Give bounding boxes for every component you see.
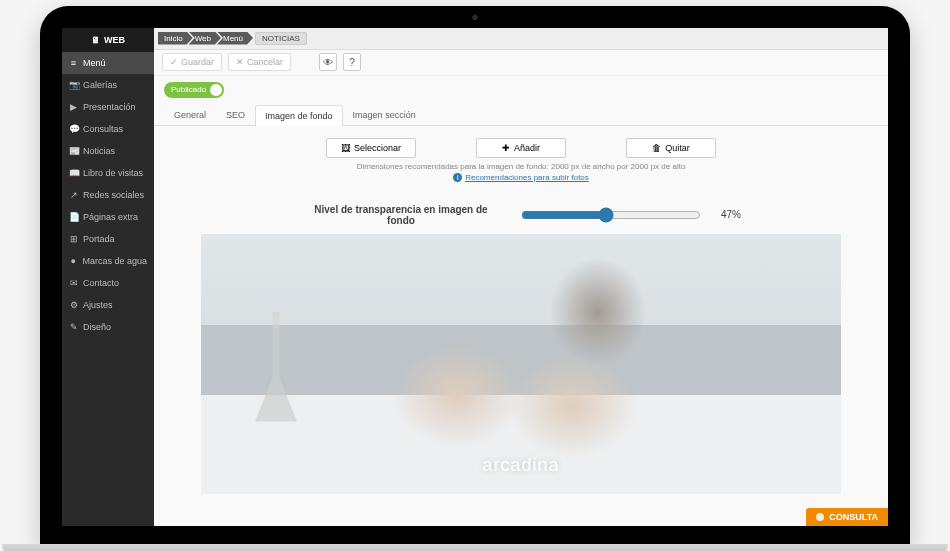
sidebar-item-11[interactable]: ⚙Ajustes	[62, 294, 154, 316]
select-image-button[interactable]: 🖼 Seleccionar	[326, 138, 416, 158]
add-image-button[interactable]: ✚ Añadir	[476, 138, 566, 158]
sidebar-icon: 📷	[69, 80, 78, 90]
question-icon: ?	[349, 57, 355, 68]
breadcrumb-item[interactable]: Inicio	[158, 32, 193, 45]
transparency-row: Nivel de transparencia en imagen de fond…	[168, 204, 874, 226]
eye-icon: 👁	[323, 57, 333, 68]
x-icon: ✕	[236, 57, 244, 67]
background-image-preview: arcadina	[201, 234, 841, 494]
sidebar-item-label: Portada	[83, 234, 115, 244]
sidebar-icon: ●	[69, 256, 77, 266]
transparency-label: Nivel de transparencia en imagen de fond…	[301, 204, 501, 226]
dimensions-hint: Dimensiones recomendadas para la imagen …	[168, 162, 874, 171]
consult-button[interactable]: CONSULTA	[806, 508, 888, 526]
tab-content: 🖼 Seleccionar ✚ Añadir 🗑 Quitar Dimensio…	[154, 126, 888, 526]
sidebar-item-12[interactable]: ✎Diseño	[62, 316, 154, 338]
camera-dot	[473, 15, 478, 20]
sidebar-item-2[interactable]: ▶Presentación	[62, 96, 154, 118]
watermark-text: arcadina	[482, 455, 559, 476]
sidebar-item-8[interactable]: ⊞Portada	[62, 228, 154, 250]
monitor-icon: 🖥	[91, 35, 100, 45]
tab-2[interactable]: Imagen de fondo	[255, 105, 343, 126]
sidebar: 🖥 WEB ≡Menú📷Galerías▶Presentación💬Consul…	[62, 28, 154, 526]
sidebar-icon: 📰	[69, 146, 78, 156]
add-label: Añadir	[514, 143, 540, 153]
trash-icon: 🗑	[652, 143, 661, 153]
breadcrumb: InicioWebMenúNOTICIAS	[154, 28, 888, 50]
image-action-row: 🖼 Seleccionar ✚ Añadir 🗑 Quitar	[168, 138, 874, 158]
sidebar-icon: ▶	[69, 102, 78, 112]
laptop-frame: 🖥 WEB ≡Menú📷Galerías▶Presentación💬Consul…	[40, 6, 910, 546]
help-button[interactable]: ?	[343, 53, 361, 71]
sidebar-icon: 📖	[69, 168, 78, 178]
sidebar-icon: ⊞	[69, 234, 78, 244]
sidebar-item-label: Diseño	[83, 322, 111, 332]
sidebar-icon: ↗	[69, 190, 78, 200]
breadcrumb-item: NOTICIAS	[255, 32, 307, 45]
sidebar-item-4[interactable]: 📰Noticias	[62, 140, 154, 162]
cancel-label: Cancelar	[247, 57, 283, 67]
publish-label: Publicado	[171, 85, 206, 94]
sidebar-icon: ≡	[69, 58, 78, 68]
sidebar-item-5[interactable]: 📖Libro de visitas	[62, 162, 154, 184]
transparency-value: 47%	[721, 209, 741, 220]
sidebar-item-label: Marcas de agua	[82, 256, 147, 266]
sidebar-item-0[interactable]: ≡Menú	[62, 52, 154, 74]
chat-icon	[816, 513, 824, 521]
tab-3[interactable]: Imagen sección	[343, 104, 426, 125]
sidebar-item-7[interactable]: 📄Páginas extra	[62, 206, 154, 228]
sidebar-item-1[interactable]: 📷Galerías	[62, 74, 154, 96]
tabs: GeneralSEOImagen de fondoImagen sección	[154, 104, 888, 126]
app-screen: 🖥 WEB ≡Menú📷Galerías▶Presentación💬Consul…	[62, 28, 888, 526]
select-label: Seleccionar	[354, 143, 401, 153]
check-icon: ✓	[170, 57, 178, 67]
image-icon: 🖼	[341, 143, 350, 153]
tab-1[interactable]: SEO	[216, 104, 255, 125]
save-label: Guardar	[181, 57, 214, 67]
consult-label: CONSULTA	[829, 512, 878, 522]
breadcrumb-item[interactable]: Web	[189, 32, 221, 45]
sidebar-item-label: Galerías	[83, 80, 117, 90]
save-button[interactable]: ✓ Guardar	[162, 53, 222, 71]
cancel-button[interactable]: ✕ Cancelar	[228, 53, 291, 71]
remove-label: Quitar	[665, 143, 690, 153]
breadcrumb-item[interactable]: Menú	[217, 32, 253, 45]
sidebar-header: 🖥 WEB	[62, 28, 154, 52]
publish-row: Publicado	[154, 76, 888, 104]
publish-toggle[interactable]: Publicado	[164, 82, 224, 98]
sidebar-item-label: Páginas extra	[83, 212, 138, 222]
sidebar-item-9[interactable]: ●Marcas de agua	[62, 250, 154, 272]
remove-image-button[interactable]: 🗑 Quitar	[626, 138, 716, 158]
recommendations-link[interactable]: i Recomendaciones para subir fotos	[453, 173, 589, 182]
tab-0[interactable]: General	[164, 104, 216, 125]
preview-button[interactable]: 👁	[319, 53, 337, 71]
sidebar-icon: ✎	[69, 322, 78, 332]
sidebar-icon: ✉	[69, 278, 78, 288]
sidebar-icon: ⚙	[69, 300, 78, 310]
main-area: InicioWebMenúNOTICIAS ✓ Guardar ✕ Cancel…	[154, 28, 888, 526]
sidebar-item-label: Menú	[83, 58, 106, 68]
toolbar: ✓ Guardar ✕ Cancelar 👁 ?	[154, 50, 888, 76]
transparency-slider[interactable]	[521, 207, 701, 223]
sidebar-item-6[interactable]: ↗Redes sociales	[62, 184, 154, 206]
brand-label: WEB	[104, 35, 125, 45]
plus-icon: ✚	[502, 143, 510, 153]
sidebar-item-label: Presentación	[83, 102, 136, 112]
sidebar-icon: 📄	[69, 212, 78, 222]
sidebar-item-label: Noticias	[83, 146, 115, 156]
info-icon: i	[453, 173, 462, 182]
sidebar-item-label: Contacto	[83, 278, 119, 288]
toggle-knob	[210, 84, 222, 96]
sidebar-item-label: Consultas	[83, 124, 123, 134]
sidebar-item-label: Redes sociales	[83, 190, 144, 200]
sidebar-icon: 💬	[69, 124, 78, 134]
recommendations-label: Recomendaciones para subir fotos	[465, 173, 589, 182]
sidebar-item-label: Ajustes	[83, 300, 113, 310]
sidebar-item-label: Libro de visitas	[83, 168, 143, 178]
sidebar-item-3[interactable]: 💬Consultas	[62, 118, 154, 140]
sidebar-item-10[interactable]: ✉Contacto	[62, 272, 154, 294]
